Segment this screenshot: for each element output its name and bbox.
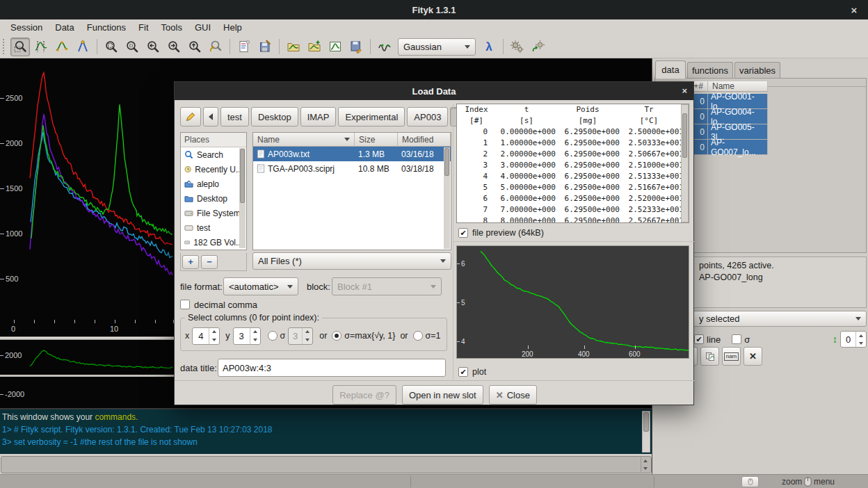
sigma-checkbox-label: σ <box>744 334 750 345</box>
sigma-one-radio[interactable] <box>413 331 423 341</box>
add-function-button[interactable]: λ <box>479 38 499 56</box>
sigma-column-radio[interactable] <box>268 331 278 341</box>
zoom-left-button[interactable] <box>143 38 163 56</box>
dialog-titlebar[interactable]: Load Data × <box>175 82 693 100</box>
undo-fit-button[interactable] <box>529 38 548 56</box>
aux2-tick-label: -2000 <box>5 391 24 398</box>
load-data-button[interactable] <box>284 38 303 56</box>
line-checkbox[interactable] <box>694 334 704 344</box>
data-title-button[interactable]: nam <box>722 347 741 366</box>
add-peak-mode-button[interactable] <box>52 38 72 56</box>
dialog-close-button[interactable]: × <box>682 86 687 96</box>
delete-icon: ✕ <box>749 351 757 361</box>
file-row-selected[interactable]: AP003w.txt 1.3 MB 03/16/18 <box>253 147 451 161</box>
file-filter-select[interactable]: All Files (*) <box>252 252 451 270</box>
path-button-test[interactable]: test <box>220 107 249 127</box>
close-button[interactable]: ✕Close <box>489 385 537 405</box>
block-select[interactable]: Block #1 <box>332 277 442 295</box>
range-mode-button[interactable] <box>31 38 51 56</box>
add-place-button[interactable]: + <box>182 255 199 269</box>
path-button-experimental[interactable]: Experimental <box>338 107 405 127</box>
tab-data[interactable]: data <box>655 60 686 79</box>
function-type-select[interactable]: Gaussian <box>398 38 476 56</box>
command-history-spinner[interactable] <box>641 457 650 472</box>
menu-gui[interactable]: GUI <box>188 21 217 34</box>
open-in-new-slot-button[interactable]: Open in new slot <box>402 385 483 405</box>
menu-fit[interactable]: Fit <box>132 21 154 34</box>
path-button-ap003[interactable]: AP003 <box>407 107 448 127</box>
previous-zoom-button[interactable] <box>206 38 225 56</box>
menu-help[interactable]: Help <box>217 21 248 34</box>
places-scrollbar[interactable] <box>239 148 246 248</box>
y-tick-label: 2000 <box>6 140 22 147</box>
path-button-desktop[interactable]: Desktop <box>251 107 298 127</box>
data-title-input[interactable]: AP003w:4:3 <box>218 359 446 377</box>
file-column-name[interactable]: Name <box>253 133 355 147</box>
file-preview-checkbox[interactable] <box>458 228 468 238</box>
menu-session[interactable]: Session <box>4 21 49 34</box>
run-fit-button[interactable] <box>508 38 527 56</box>
file-format-select[interactable]: <automatic> <box>223 277 298 295</box>
file-column-modified[interactable]: Modified <box>398 133 451 147</box>
place-home[interactable]: aleplo <box>181 177 246 191</box>
path-back-button[interactable] <box>203 107 218 127</box>
drive-icon <box>184 238 190 247</box>
tab-functions[interactable]: functions <box>687 62 733 79</box>
place-desktop[interactable]: Desktop <box>181 191 246 206</box>
delete-data-button[interactable]: ✕ <box>744 347 762 366</box>
place-test[interactable]: test <box>181 220 246 235</box>
y-column-spinner[interactable]: 3 <box>233 327 261 345</box>
menu-data[interactable]: Data <box>49 21 80 34</box>
plot-preview-checkbox[interactable] <box>458 367 468 377</box>
file-preview-table[interactable]: IndextPoidsTr [#][s][mg][°C] 00.00000e+0… <box>456 104 689 223</box>
zoom-box-button[interactable] <box>122 38 142 56</box>
save-session-button[interactable] <box>346 38 366 56</box>
place-search[interactable]: Search <box>181 147 246 162</box>
preview-scrollbar[interactable] <box>681 104 689 222</box>
decimal-comma-checkbox[interactable] <box>180 300 190 309</box>
menu-tools[interactable]: Tools <box>155 21 188 34</box>
command-console[interactable]: This window shows your commands. 1> # Fi… <box>0 408 652 454</box>
data-range-icon <box>34 40 48 54</box>
sigma-column-spinner[interactable]: 3 <box>288 327 313 345</box>
search-icon <box>184 150 193 159</box>
menu-functions[interactable]: Functions <box>81 21 132 34</box>
place-file-system[interactable]: File System <box>181 206 246 220</box>
place-recently-used[interactable]: Recently U... <box>181 162 246 177</box>
window-close-button[interactable]: × <box>847 3 861 17</box>
console-scrollbar[interactable] <box>642 411 650 453</box>
zoom-mode-button[interactable] <box>10 38 30 56</box>
statusbar: zoom menu <box>0 474 868 488</box>
load-data-custom-button[interactable] <box>305 38 324 56</box>
path-button-imap[interactable]: IMAP <box>300 107 337 127</box>
toolbar-grip[interactable] <box>3 39 6 54</box>
remove-place-button[interactable]: − <box>201 255 218 269</box>
file-list-scrollbar[interactable] <box>444 147 450 249</box>
replace-button[interactable]: Replace @? <box>332 385 396 405</box>
sigma-max-radio[interactable] <box>332 331 341 341</box>
file-column-size[interactable]: Size <box>355 133 398 147</box>
define-function-button[interactable] <box>375 38 394 56</box>
gui-config-button[interactable] <box>255 38 275 56</box>
command-input[interactable] <box>1 456 652 473</box>
shift-spinner[interactable]: 0 <box>840 331 867 348</box>
zoom-all-icon <box>104 40 118 54</box>
type-location-button[interactable] <box>180 107 201 127</box>
spectrum-curve-purple <box>30 115 172 275</box>
plus-icon: + <box>188 257 193 267</box>
file-row[interactable]: TGA-AP003.sciprj 10.8 MB 03/18/18 <box>253 161 451 176</box>
drag-peak-mode-button[interactable] <box>73 38 93 56</box>
log-to-file-button[interactable] <box>234 38 254 56</box>
copy-data-button[interactable] <box>700 347 719 366</box>
place-volume[interactable]: 182 GB Vol... <box>181 235 246 250</box>
sigma-checkbox[interactable] <box>732 334 741 344</box>
tab-variables[interactable]: variables <box>734 62 780 79</box>
zoom-all-button[interactable] <box>102 38 121 56</box>
zoom-vertical-button[interactable] <box>185 38 204 56</box>
mouse-hint-config-button[interactable] <box>741 476 759 487</box>
export-image-button[interactable] <box>326 38 345 56</box>
x-column-spinner[interactable]: 4 <box>192 327 220 345</box>
open-data-plus-icon <box>307 40 321 54</box>
zoom-right-button[interactable] <box>164 38 184 56</box>
data-list-name-header[interactable]: Name <box>708 81 768 92</box>
